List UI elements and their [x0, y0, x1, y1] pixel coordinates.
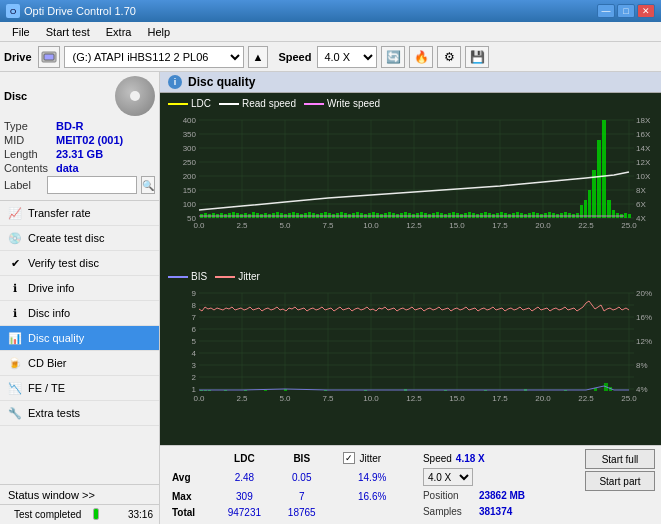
svg-rect-83 [340, 212, 343, 218]
sidebar-item-extra-tests[interactable]: 🔧 Extra tests [0, 401, 159, 426]
sidebar-item-cd-bier[interactable]: 🍺 CD Bier [0, 351, 159, 376]
speed-val: 4.18 X [456, 453, 485, 464]
speed-label: Speed [278, 51, 311, 63]
speed-select[interactable]: 4.0 X [317, 46, 377, 68]
svg-rect-71 [292, 212, 295, 218]
nav-label-create-test-disc: Create test disc [28, 232, 104, 244]
toolbar: Drive (G:) ATAPI iHBS112 2 PL06 ▲ Speed … [0, 42, 661, 72]
svg-text:17.5: 17.5 [492, 394, 508, 403]
sidebar-item-drive-info[interactable]: ℹ Drive info [0, 276, 159, 301]
ldc-total: 947231 [215, 505, 274, 519]
svg-rect-75 [308, 212, 311, 218]
samples-val: 381374 [479, 506, 512, 517]
svg-text:25.0: 25.0 [621, 394, 637, 403]
svg-rect-111 [452, 212, 455, 218]
minimize-button[interactable]: — [597, 4, 615, 18]
svg-text:16X: 16X [636, 130, 651, 139]
ldc-header: LDC [215, 451, 274, 465]
length-value: 23.31 GB [56, 148, 155, 160]
title-bar: O Opti Drive Control 1.70 — □ ✕ [0, 0, 661, 22]
menu-extra[interactable]: Extra [98, 24, 140, 40]
nav-label-extra-tests: Extra tests [28, 407, 80, 419]
nav-items: 📈 Transfer rate 💿 Create test disc ✔ Ver… [0, 201, 159, 484]
svg-text:12.5: 12.5 [406, 394, 422, 403]
drive-icon-btn[interactable] [38, 46, 60, 68]
label-browse-btn[interactable]: 🔍 [141, 176, 155, 194]
nav-label-cd-bier: CD Bier [28, 357, 67, 369]
stats-table: LDC BIS ✓ Jitter Speed 4.18 X [166, 449, 579, 521]
save-btn[interactable]: 💾 [465, 46, 489, 68]
start-full-btn[interactable]: Start full [585, 449, 655, 469]
label-label: Label [4, 179, 43, 191]
disc-info-icon: ℹ [8, 306, 22, 320]
status-window-btn[interactable]: Status window >> [0, 486, 159, 505]
jitter-max: 16.6% [339, 489, 405, 503]
svg-rect-148 [602, 120, 606, 218]
stats-area: LDC BIS ✓ Jitter Speed 4.18 X [160, 445, 661, 524]
disc-icon [115, 76, 155, 116]
label-input[interactable] [47, 176, 137, 194]
settings-btn[interactable]: ⚙ [437, 46, 461, 68]
refresh-btn[interactable]: 🔄 [381, 46, 405, 68]
svg-text:5.0: 5.0 [279, 394, 291, 403]
svg-rect-131 [532, 212, 535, 218]
svg-text:250: 250 [183, 158, 197, 167]
sidebar-item-disc-quality[interactable]: 📊 Disc quality [0, 326, 159, 351]
drive-info-icon: ℹ [8, 281, 22, 295]
bis-header: BIS [276, 451, 327, 465]
svg-text:14X: 14X [636, 144, 651, 153]
start-part-btn[interactable]: Start part [585, 471, 655, 491]
sidebar-item-fe-te[interactable]: 📉 FE / TE [0, 376, 159, 401]
svg-text:200: 200 [183, 172, 197, 181]
svg-rect-145 [588, 190, 591, 218]
svg-text:9: 9 [192, 289, 197, 298]
svg-text:2.5: 2.5 [236, 394, 248, 403]
eject-btn[interactable]: ▲ [248, 46, 269, 68]
sidebar-item-transfer-rate[interactable]: 📈 Transfer rate [0, 201, 159, 226]
svg-text:20.0: 20.0 [535, 221, 551, 230]
ldc-avg: 2.48 [215, 467, 274, 487]
speed-label: Speed [423, 453, 452, 464]
svg-rect-205 [264, 390, 267, 391]
chart1-svg: 50 100 150 200 250 300 350 400 4X 6X 8X [164, 110, 654, 230]
sidebar-item-verify-test-disc[interactable]: ✔ Verify test disc [0, 251, 159, 276]
svg-text:22.5: 22.5 [578, 221, 594, 230]
svg-rect-61 [252, 212, 255, 218]
maximize-button[interactable]: □ [617, 4, 635, 18]
disc-quality-title: Disc quality [188, 75, 255, 89]
svg-rect-103 [420, 212, 423, 218]
svg-text:7.5: 7.5 [322, 221, 334, 230]
svg-rect-153 [624, 213, 627, 218]
app-title: Opti Drive Control 1.70 [24, 5, 136, 17]
contents-value: data [56, 162, 155, 174]
chart2: BIS Jitter [164, 270, 657, 441]
menu-help[interactable]: Help [139, 24, 178, 40]
jitter-checkbox[interactable]: ✓ [343, 452, 355, 464]
total-label: Total [168, 505, 213, 519]
disc-quality-icon-header: i [168, 75, 182, 89]
svg-text:2.5: 2.5 [236, 221, 248, 230]
cd-bier-icon: 🍺 [8, 356, 22, 370]
sidebar-item-create-test-disc[interactable]: 💿 Create test disc [0, 226, 159, 251]
max-label: Max [168, 489, 213, 503]
drive-select[interactable]: (G:) ATAPI iHBS112 2 PL06 [64, 46, 244, 68]
menu-start-test[interactable]: Start test [38, 24, 98, 40]
bis-total: 18765 [276, 505, 327, 519]
disc-quality-icon: 📊 [8, 331, 22, 345]
burn-btn[interactable]: 🔥 [409, 46, 433, 68]
sidebar-item-disc-info[interactable]: ℹ Disc info [0, 301, 159, 326]
close-button[interactable]: ✕ [637, 4, 655, 18]
svg-text:8X: 8X [636, 186, 646, 195]
svg-text:400: 400 [183, 116, 197, 125]
legend-bis: BIS [191, 271, 207, 282]
legend-read: Read speed [242, 98, 296, 109]
menu-file[interactable]: File [4, 24, 38, 40]
sidebar: Disc Type BD-R MID MEIT02 (001) Length 2… [0, 72, 160, 524]
type-label: Type [4, 120, 56, 132]
disc-quality-header: i Disc quality [160, 72, 661, 93]
svg-text:10X: 10X [636, 172, 651, 181]
position-val: 23862 MB [479, 490, 525, 501]
nav-label-drive-info: Drive info [28, 282, 74, 294]
svg-text:22.5: 22.5 [578, 394, 594, 403]
speed-dropdown[interactable]: 4.0 X [423, 468, 473, 486]
